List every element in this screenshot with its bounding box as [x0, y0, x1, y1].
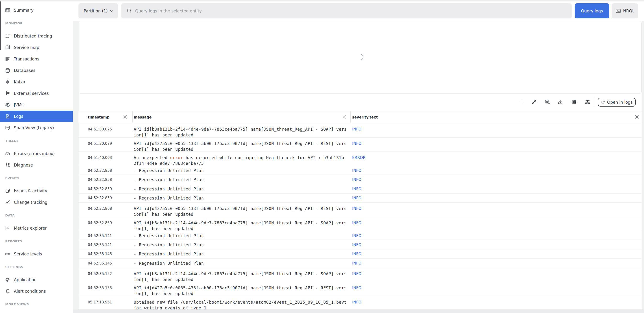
content-gutter — [73, 21, 79, 313]
sidebar-item-span-view[interactable]: Span View (Legacy) — [0, 122, 73, 134]
log-row[interactable]: 04:52:32.859- Regression Unlimited PlanI… — [78, 184, 642, 193]
column-divider — [350, 111, 351, 123]
severity-link[interactable]: INFO — [352, 195, 361, 201]
column-header-severity[interactable]: severity.text — [352, 115, 378, 120]
sidebar-section-triage: TRIAGE — [0, 138, 73, 143]
log-row[interactable]: 04:51:30.079API id[d427a5c0-0055-433f-ab… — [78, 138, 642, 152]
sidebar-item-summary[interactable]: Summary — [0, 4, 73, 16]
sidebar-item-service-map[interactable]: Service map — [0, 42, 73, 53]
gear-icon — [571, 99, 577, 105]
remove-column-message-icon[interactable] — [342, 115, 346, 119]
timestamp-cell: 04:52:35.153 — [88, 285, 112, 291]
log-row[interactable]: 04:52:32.858- Regression Unlimited PlanI… — [78, 166, 642, 175]
sidebar-item-application[interactable]: Application — [0, 274, 73, 286]
sidebar-item-jvms[interactable]: JVMs — [0, 99, 73, 111]
distributed-tracing-icon — [5, 33, 10, 39]
log-row[interactable]: 04:52:35.152API id[b3ab131b-2f14-4d4e-9d… — [78, 268, 642, 282]
top-strip — [0, 0, 644, 1]
sidebar-item-transactions[interactable]: Transactions — [0, 53, 73, 65]
severity-link[interactable]: ERROR — [352, 155, 366, 160]
sidebar-item-errors-inbox[interactable]: Errors (errors inbox) — [0, 148, 73, 159]
expand-button[interactable] — [531, 99, 537, 105]
download-button[interactable] — [558, 99, 563, 105]
open-in-logs-button[interactable]: Open in logs — [598, 98, 636, 107]
timestamp-cell: 04:52:35.141 — [88, 233, 112, 239]
sidebar-item-metrics-explorer[interactable]: Metrics explorer — [0, 222, 73, 234]
severity-link[interactable]: INFO — [352, 242, 361, 248]
diagnose-icon — [5, 162, 10, 168]
add-to-dashboard-icon — [544, 99, 550, 105]
log-row[interactable]: 04:52:32.869API id[b3ab131b-2f14-4d4e-9d… — [78, 217, 642, 231]
vertical-scrollbar[interactable] — [642, 21, 644, 313]
chevron-down-icon — [110, 10, 113, 12]
log-row[interactable]: 04:52:35.141- Regression Unlimited PlanI… — [78, 231, 642, 240]
column-header-message[interactable]: message — [134, 115, 152, 120]
sidebar-section-monitor: MONITOR — [0, 21, 73, 25]
sidebar-item-issues-activity[interactable]: Issues & activity — [0, 185, 73, 197]
severity-link[interactable]: INFO — [352, 126, 361, 132]
log-row[interactable]: 04:52:32.859- Regression Unlimited PlanI… — [78, 193, 642, 203]
sidebar-item-external-services[interactable]: External services — [0, 88, 73, 99]
span-view-icon — [5, 125, 10, 131]
gear-button[interactable] — [571, 99, 577, 105]
sidebar-item-logs[interactable]: Logs — [0, 111, 73, 122]
log-row[interactable]: 04:52:35.141- Regression Unlimited PlanI… — [78, 240, 642, 249]
severity-link[interactable]: INFO — [352, 271, 361, 277]
sidebar-item-kafka[interactable]: Kafka — [0, 76, 73, 88]
remove-column-timestamp-icon[interactable] — [124, 115, 127, 119]
plus-button[interactable] — [518, 99, 524, 105]
terminal-icon — [615, 8, 621, 14]
sidebar-item-change-tracking[interactable]: Change tracking — [0, 197, 73, 208]
horizontal-scrollbar[interactable] — [73, 310, 644, 313]
sidebar-item-label: Kafka — [14, 80, 25, 84]
severity-link[interactable]: INFO — [352, 141, 361, 147]
sidebar-item-diagnose[interactable]: Diagnose — [0, 159, 73, 171]
severity-link[interactable]: INFO — [352, 206, 361, 211]
log-row[interactable]: 04:52:32.858- Regression Unlimited PlanI… — [78, 175, 642, 184]
column-divider — [132, 111, 133, 123]
table-settings-icon — [585, 99, 590, 105]
sidebar-item-databases[interactable]: Databases — [0, 65, 73, 76]
log-row[interactable]: 04:52:35.145- Regression Unlimited PlanI… — [78, 249, 642, 259]
nrql-button[interactable]: NRQL — [612, 3, 638, 18]
log-row[interactable]: 04:52:32.868API id[d427a5c0-0055-433f-ab… — [78, 203, 642, 217]
severity-link[interactable]: INFO — [352, 251, 361, 257]
sidebar-item-alert-conditions[interactable]: Alert conditions — [0, 286, 73, 297]
log-row[interactable]: 05:17:13.961Obtained new file /usr/local… — [78, 296, 642, 310]
sidebar-nav: SummaryMONITORDistributed tracingService… — [0, 1, 73, 307]
log-row[interactable]: 04:52:35.145- Regression Unlimited PlanI… — [78, 259, 642, 268]
service-map-icon — [5, 45, 10, 50]
sidebar-item-distributed-tracing[interactable]: Distributed tracing — [0, 30, 73, 42]
sidebar-scrollbar-thumb[interactable] — [0, 1, 1, 50]
remove-column-severity-icon[interactable] — [635, 115, 639, 119]
severity-link[interactable]: INFO — [352, 299, 361, 305]
query-logs-button[interactable]: Query logs — [575, 3, 609, 18]
log-row[interactable]: 04:51:40.003An unexpected error has occu… — [78, 152, 642, 166]
sidebar-item-label: Span View (Legacy) — [14, 126, 54, 130]
severity-link[interactable]: INFO — [352, 186, 361, 192]
sidebar-item-label: Errors (errors inbox) — [14, 151, 55, 156]
severity-link[interactable]: INFO — [352, 285, 361, 291]
severity-link[interactable]: INFO — [352, 177, 361, 182]
log-row[interactable]: 04:51:30.075API id[b3ab131b-2f14-4d4e-9d… — [78, 123, 642, 138]
severity-link[interactable]: INFO — [352, 168, 361, 173]
search-input[interactable] — [135, 8, 542, 13]
log-row[interactable]: 04:52:35.153API id[d427a5c0-0055-433f-ab… — [78, 282, 642, 296]
severity-link[interactable]: INFO — [352, 233, 361, 239]
message-cell: - Regression Unlimited Plan — [134, 242, 347, 248]
add-to-dashboard-button[interactable] — [544, 99, 550, 105]
severity-link[interactable]: INFO — [352, 220, 361, 226]
metrics-explorer-icon — [5, 225, 10, 231]
timestamp-cell: 04:52:32.859 — [88, 195, 112, 201]
table-settings-button[interactable] — [585, 99, 590, 105]
column-header-timestamp[interactable]: timestamp — [88, 115, 110, 120]
partition-dropdown[interactable]: Partition (1) — [78, 3, 118, 18]
severity-link[interactable]: INFO — [352, 260, 361, 266]
timestamp-cell: 04:51:30.075 — [88, 126, 112, 132]
sidebar-item-service-levels[interactable]: Service levels — [0, 248, 73, 260]
sidebar-item-label: Metrics explorer — [14, 226, 47, 231]
sidebar-item-label: Diagnose — [14, 163, 33, 167]
timestamp-cell: 04:52:32.858 — [88, 177, 112, 182]
sidebar-item-label: Databases — [14, 68, 36, 73]
message-cell: API id[b3ab131b-2f14-4d4e-9de7-7863ce4ba… — [134, 126, 347, 138]
